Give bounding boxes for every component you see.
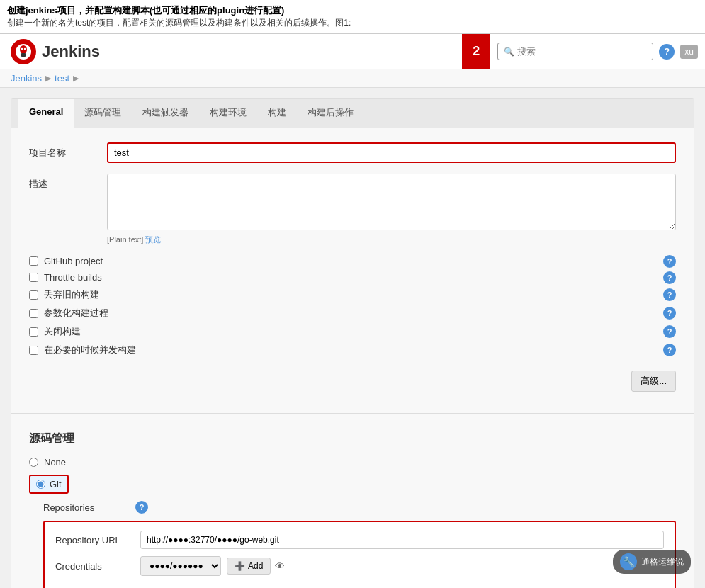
search-area: 🔍 ? xu [490, 43, 705, 60]
checkbox-concurrent[interactable] [29, 346, 38, 355]
checkbox-row-concurrent: 在必要的时候并发构建 ? [29, 344, 676, 356]
scm-section: 源码管理 None Git Repositories ? [11, 413, 694, 588]
checkbox-row-throttle: Throttle builds ? [29, 272, 676, 283]
repo-url-label: Repository URL [55, 535, 140, 545]
concurrent-help-icon[interactable]: ? [663, 344, 676, 356]
search-input[interactable] [517, 46, 645, 57]
checkbox-concurrent-label: 在必要的时候并发构建 [44, 344, 136, 356]
checkbox-disable-label: 关闭构建 [44, 325, 81, 338]
tab-post-build[interactable]: 构建后操作 [297, 99, 364, 128]
discard-help-icon[interactable]: ? [663, 288, 676, 301]
tabs-bar: General 源码管理 构建触发器 构建环境 构建 构建后操作 [11, 99, 694, 128]
checkbox-discard[interactable] [29, 290, 38, 300]
checkbox-throttle[interactable] [29, 273, 38, 282]
main-content: General 源码管理 构建触发器 构建环境 构建 构建后操作 项目名称 描述 [0, 88, 705, 588]
checkbox-throttle-label: Throttle builds [44, 272, 102, 283]
jenkins-logo-icon [11, 39, 36, 64]
tab-build-env[interactable]: 构建环境 [199, 99, 257, 128]
credentials-select[interactable]: ●●●●/●●●●●● [140, 556, 221, 576]
radio-git-label: Git [50, 479, 62, 490]
checkbox-github[interactable] [29, 256, 38, 266]
watermark-text: 通格运维说 [641, 556, 684, 568]
radio-git-highlighted: Git [29, 475, 69, 494]
checkbox-row-param: 参数化构建过程 ? [29, 307, 676, 320]
user-avatar: xu [680, 45, 698, 59]
checkbox-discard-label: 丢弃旧的构建 [44, 288, 99, 301]
config-panel: General 源码管理 构建触发器 构建环境 构建 构建后操作 项目名称 描述 [11, 98, 694, 588]
breadcrumb-jenkins[interactable]: Jenkins [11, 73, 42, 84]
checkbox-param-label: 参数化构建过程 [44, 307, 108, 320]
breadcrumb-sep-1: ▶ [45, 74, 51, 83]
description-row: 描述 [Plain text] 预览 [29, 174, 676, 245]
checkbox-row-github: GitHub project ? [29, 256, 676, 266]
credentials-label: Credentials [55, 561, 140, 572]
header-badge: 2 [462, 34, 490, 69]
credentials-row: Credentials ●●●●/●●●●●● ➕ Add 👁 [55, 556, 664, 576]
tab-general[interactable]: General [18, 99, 74, 128]
header-help-icon[interactable]: ? [659, 44, 675, 60]
advanced-button[interactable]: 高级... [631, 371, 676, 392]
instruction-subtitle: 创建一个新的名为test的项目，配置相关的源码管理以及构建条件以及相关的后续操作… [7, 17, 698, 29]
breadcrumb-test[interactable]: test [55, 73, 69, 84]
jenkins-header: Jenkins 2 🔍 ? xu [0, 34, 705, 69]
tab-source-mgmt[interactable]: 源码管理 [74, 99, 132, 128]
breadcrumb: Jenkins ▶ test ▶ [0, 69, 705, 88]
checkbox-row-disable: 关闭构建 ? [29, 325, 676, 338]
checkbox-github-label: GitHub project [44, 256, 103, 266]
tab-build-trigger[interactable]: 构建触发器 [132, 99, 199, 128]
github-help-icon[interactable]: ? [663, 255, 676, 268]
description-input[interactable] [107, 174, 676, 230]
add-credentials-button[interactable]: ➕ Add [227, 558, 271, 575]
instruction-bar: 创建jenkins项目，并配置构建脚本(也可通过相应的plugin进行配置) 创… [0, 0, 705, 34]
watermark-icon: 🔧 [620, 553, 637, 570]
throttle-help-icon[interactable]: ? [663, 271, 676, 284]
eye-icon: 👁 [275, 560, 285, 572]
search-box[interactable]: 🔍 [497, 43, 653, 60]
param-help-icon[interactable]: ? [663, 307, 676, 320]
search-icon: 🔍 [504, 47, 514, 57]
add-btn-label: Add [248, 561, 263, 571]
radio-git[interactable] [36, 480, 45, 489]
advanced-btn-row: 高级... [29, 371, 676, 399]
watermark: 🔧 通格运维说 [613, 550, 691, 574]
checkbox-disable[interactable] [29, 327, 38, 337]
checkbox-row-discard: 丢弃旧的构建 ? [29, 288, 676, 301]
repositories-help-icon[interactable]: ? [135, 501, 148, 514]
svg-point-3 [21, 47, 23, 49]
svg-point-4 [24, 47, 26, 49]
disable-help-icon[interactable]: ? [663, 325, 676, 338]
radio-none[interactable] [29, 458, 38, 467]
repo-url-row: Repository URL [55, 531, 664, 549]
project-name-row: 项目名称 [29, 142, 676, 163]
project-name-input[interactable] [107, 142, 676, 163]
repo-table: Repository URL Credentials ●●●●/●●●●●● ➕… [43, 521, 676, 588]
repos-label-text: Repositories [43, 502, 128, 513]
instruction-title: 创建jenkins项目，并配置构建脚本(也可通过相应的plugin进行配置) [7, 4, 698, 17]
radio-row-none: None [29, 457, 676, 468]
checkboxes-section: GitHub project ? Throttle builds ? 丢弃旧的构… [29, 256, 676, 356]
jenkins-logo: Jenkins [0, 39, 462, 64]
repositories-section: Repositories ? Repository URL Credential… [43, 501, 676, 588]
form-content: 项目名称 描述 [Plain text] 预览 [11, 128, 694, 413]
project-name-field [107, 142, 676, 163]
svg-point-1 [20, 45, 27, 54]
add-icon: ➕ [235, 561, 245, 571]
svg-rect-2 [21, 53, 26, 57]
description-label: 描述 [29, 174, 107, 191]
radio-none-label: None [44, 457, 66, 468]
breadcrumb-sep-2: ▶ [73, 74, 79, 83]
repos-label-header: Repositories ? [43, 501, 676, 514]
preview-link[interactable]: 预览 [145, 235, 161, 244]
scm-section-header: 源码管理 [29, 431, 676, 446]
project-name-label: 项目名称 [29, 142, 107, 159]
plain-text-hint: [Plain text] 预览 [107, 234, 676, 245]
tab-build[interactable]: 构建 [257, 99, 297, 128]
checkbox-param[interactable] [29, 309, 38, 318]
jenkins-logo-text: Jenkins [42, 43, 100, 61]
repo-url-input[interactable] [140, 531, 664, 549]
description-field: [Plain text] 预览 [107, 174, 676, 245]
